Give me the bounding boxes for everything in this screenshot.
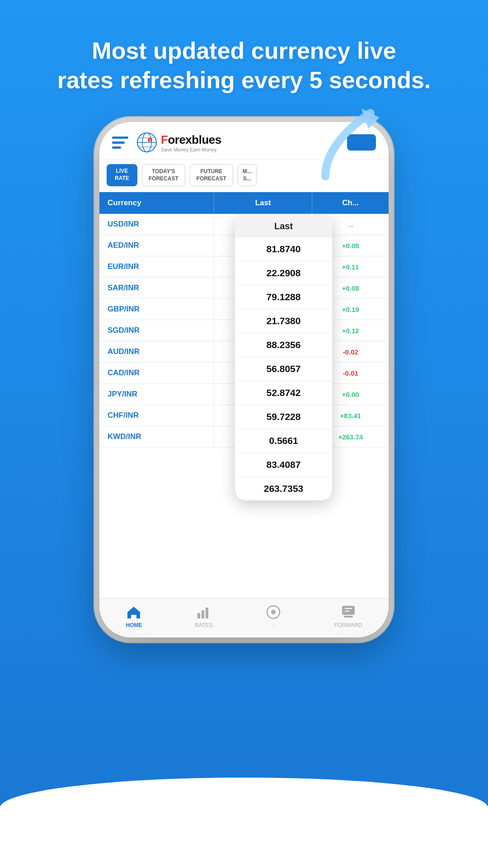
- lh-row-7: 52.8742: [235, 381, 332, 405]
- svg-rect-9: [202, 610, 204, 618]
- svg-rect-14: [344, 616, 353, 618]
- nav-label-rates: RATES: [195, 622, 212, 628]
- nav-item-home[interactable]: HOME: [126, 604, 142, 628]
- lh-row-2: 22.2908: [235, 261, 332, 285]
- lh-row-10: 83.4087: [235, 453, 332, 477]
- tab-future-forecast[interactable]: FUTUREFORECAST: [190, 164, 233, 186]
- nav-item-rates[interactable]: RATES: [195, 604, 212, 628]
- svg-rect-13: [342, 606, 355, 615]
- rates-icon: [196, 604, 212, 620]
- phone-wrapper: $ Forexblues Save Money Earn Money LIVER…: [86, 122, 402, 646]
- lh-row-5: 88.2356: [235, 333, 332, 357]
- logo-name: Forexblues: [161, 133, 221, 147]
- logo-text: Forexblues Save Money Earn Money: [161, 133, 221, 152]
- nav-label-forward: FORWARD: [334, 622, 362, 628]
- logo-tagline: Save Money Earn Money: [161, 147, 221, 152]
- lh-row-9: 0.5661: [235, 429, 332, 453]
- svg-point-12: [271, 610, 276, 614]
- td-currency: CAD/INR: [99, 363, 214, 383]
- td-currency: AUD/INR: [99, 341, 214, 362]
- lh-row-3: 79.1288: [235, 285, 332, 309]
- headline-line1: Most updated currency live: [92, 38, 396, 64]
- bottom-curve: [0, 778, 488, 868]
- last-highlight-card: Last 81.8740 22.2908 79.1288 21.7380 88.…: [235, 214, 332, 500]
- lh-row-8: 59.7228: [235, 405, 332, 429]
- home-icon: [126, 604, 142, 620]
- svg-text:$: $: [149, 139, 151, 143]
- hamburger-menu-icon[interactable]: [112, 137, 128, 149]
- th-last: Last: [214, 192, 313, 214]
- lh-row-6: 56.8057: [235, 357, 332, 381]
- headline-line2: rates refreshing every 5 seconds.: [57, 67, 431, 93]
- tab-todays-forecast[interactable]: TODAY'SFORECAST: [142, 164, 185, 186]
- refresh-arrow-icon: [298, 104, 398, 203]
- svg-rect-8: [197, 613, 200, 618]
- td-currency: USD/INR: [99, 214, 214, 235]
- middle-icon: [265, 604, 282, 620]
- table-body: USD/INR 81.8740 ... AED/INR 22.2908 +0.0…: [99, 214, 389, 598]
- td-currency: JPY/INR: [99, 384, 214, 405]
- logo-globe-icon: $: [136, 132, 157, 153]
- headline: Most updated currency live rates refresh…: [21, 36, 467, 95]
- td-currency: EUR/INR: [99, 256, 214, 277]
- bottom-nav: HOME RATES ···: [99, 598, 389, 637]
- tab-live-rate[interactable]: LIVERATE: [107, 164, 137, 186]
- td-currency: SGD/INR: [99, 320, 214, 341]
- td-currency: AED/INR: [99, 235, 214, 256]
- nav-label-middle: ···: [271, 622, 276, 628]
- lh-row-4: 21.7380: [235, 309, 332, 333]
- th-currency: Currency: [99, 192, 214, 214]
- lh-row-11: 263.7353: [235, 477, 332, 500]
- svg-rect-10: [206, 608, 208, 618]
- nav-item-forward[interactable]: FORWARD: [334, 604, 362, 628]
- forward-icon: [340, 604, 357, 620]
- td-currency: SAR/INR: [99, 278, 214, 298]
- nav-label-home: HOME: [126, 622, 142, 628]
- td-currency: GBP/INR: [99, 299, 214, 320]
- nav-item-middle[interactable]: ···: [265, 604, 282, 628]
- lh-row-1: 81.8740: [235, 237, 332, 261]
- td-currency: CHF/INR: [99, 405, 214, 426]
- td-currency: KWD/INR: [99, 426, 214, 447]
- last-highlight-header: Last: [235, 214, 332, 237]
- tab-more[interactable]: M...S...: [238, 164, 257, 186]
